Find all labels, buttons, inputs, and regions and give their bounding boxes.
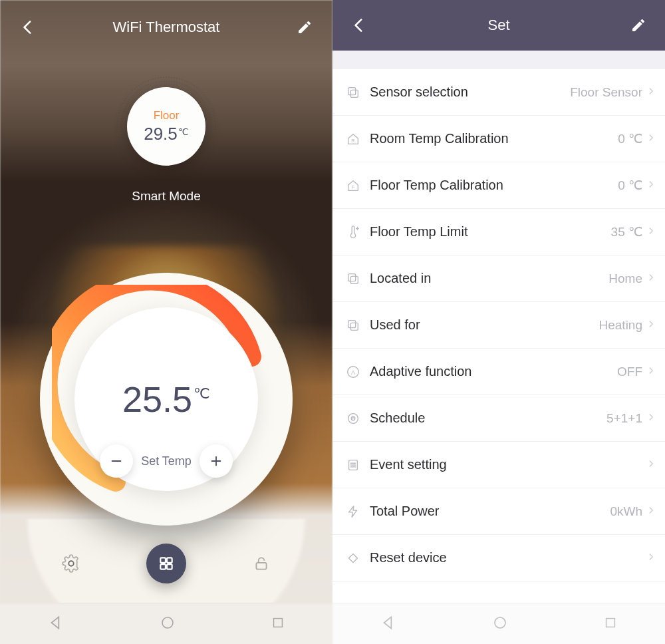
house-r-icon: R (346, 132, 370, 146)
house-f-icon: F (346, 178, 370, 193)
svg-text:F: F (352, 184, 355, 190)
row-label: Event setting (370, 457, 642, 472)
svg-rect-23 (348, 320, 356, 327)
row-value: 5+1+1 (606, 411, 642, 426)
temperature-dial[interactable]: 25.5℃ Set Temp (40, 273, 293, 526)
nav-back-button[interactable] (380, 614, 397, 634)
therm-icon (346, 225, 370, 240)
chevron-right-icon (646, 459, 656, 471)
lock-button[interactable] (248, 550, 275, 577)
nav-back-button[interactable] (47, 614, 65, 634)
settings-row-schedule[interactable]: PSchedule5+1+1 (332, 395, 665, 442)
row-value: 0kWh (610, 504, 642, 519)
row-value: 0 ℃ (618, 178, 642, 193)
row-value: OFF (617, 365, 642, 379)
svg-point-1 (121, 81, 211, 172)
nav-home-button[interactable] (492, 615, 508, 633)
chevron-right-icon (646, 86, 656, 98)
svg-rect-20 (350, 276, 358, 283)
chevron-right-icon (646, 552, 656, 564)
back-button[interactable] (346, 12, 372, 39)
row-value: 35 ℃ (611, 224, 642, 240)
chevron-right-icon (646, 366, 656, 378)
svg-rect-14 (350, 90, 358, 97)
row-label: Sensor selection (370, 84, 570, 100)
svg-point-0 (117, 77, 215, 176)
settings-list: Sensor selectionFloor SensorRRoom Temp C… (332, 69, 665, 603)
increase-temp-button[interactable] (200, 444, 233, 478)
settings-row-total-power[interactable]: Total Power0kWh (332, 488, 665, 535)
chevron-right-icon (646, 319, 656, 331)
android-navbar (0, 603, 332, 644)
nav-home-button[interactable] (160, 615, 176, 633)
svg-rect-7 (167, 558, 172, 563)
chevron-right-icon (646, 226, 656, 238)
row-value: Heating (599, 318, 643, 333)
copy-icon (346, 318, 370, 333)
android-navbar (332, 603, 665, 644)
svg-rect-8 (160, 564, 166, 569)
settings-screen: Set Sensor selectionFloor SensorRRoom Te… (332, 0, 665, 644)
chevron-right-icon (646, 412, 656, 424)
row-label: Schedule (370, 410, 606, 426)
page-title: WiFi Thermostat (113, 19, 220, 36)
row-label: Used for (370, 317, 599, 333)
settings-row-floor-temp-limit[interactable]: Floor Temp Limit35 ℃ (332, 209, 665, 255)
svg-text:R: R (351, 137, 354, 143)
copy-icon (346, 85, 370, 100)
dial-inner: 25.5℃ Set Temp (74, 307, 258, 491)
svg-marker-11 (52, 617, 59, 628)
bolt-icon (346, 504, 370, 519)
edit-button[interactable] (625, 12, 652, 39)
settings-row-reset-device[interactable]: Reset device (332, 535, 665, 581)
svg-rect-22 (350, 323, 358, 330)
set-temp-value: 25.5℃ (122, 379, 210, 420)
chevron-right-icon (646, 506, 656, 518)
svg-point-36 (495, 617, 505, 628)
list-icon (346, 458, 370, 472)
thermostat-screen: WiFi Thermostat Floor 29.5℃ Smart Mode (0, 0, 332, 644)
row-value: Home (608, 271, 642, 286)
chevron-right-icon (646, 180, 656, 192)
settings-button[interactable] (58, 550, 84, 577)
mode-label: Smart Mode (0, 189, 332, 204)
set-temp-label: Set Temp (141, 454, 192, 468)
svg-rect-15 (348, 87, 356, 94)
settings-row-used-for[interactable]: Used forHeating (332, 302, 665, 349)
copy-icon (346, 271, 370, 286)
settings-row-adaptive-function[interactable]: AAdaptive functionOFF (332, 349, 665, 395)
settings-row-room-temp-calibration[interactable]: RRoom Temp Calibration0 ℃ (332, 116, 665, 162)
row-label: Reset device (370, 550, 642, 565)
svg-rect-6 (160, 558, 166, 563)
nav-recent-button[interactable] (271, 615, 285, 633)
diamond-icon (346, 551, 370, 565)
row-label: Floor Temp Limit (370, 224, 611, 240)
svg-marker-33 (349, 506, 357, 517)
gauge-ticks-icon (113, 73, 219, 180)
circle-a-icon: A (346, 365, 370, 379)
row-label: Located in (370, 271, 608, 286)
sensor-readout[interactable]: Floor 29.5℃ (113, 73, 219, 180)
settings-row-sensor-selection[interactable]: Sensor selectionFloor Sensor (332, 69, 665, 116)
row-label: Adaptive function (370, 364, 617, 379)
svg-rect-13 (273, 618, 282, 627)
svg-point-5 (68, 561, 73, 565)
settings-row-located-in[interactable]: Located inHome (332, 255, 665, 302)
settings-row-event-setting[interactable]: Event setting (332, 442, 665, 488)
svg-rect-10 (257, 563, 267, 569)
decrease-temp-button[interactable] (100, 444, 133, 478)
edit-button[interactable] (291, 14, 318, 41)
dial-controls: Set Temp (74, 444, 258, 478)
svg-marker-35 (384, 617, 392, 628)
settings-row-floor-temp-calibration[interactable]: FFloor Temp Calibration0 ℃ (332, 162, 665, 209)
row-label: Floor Temp Calibration (370, 178, 618, 193)
svg-rect-34 (349, 554, 358, 562)
nav-recent-button[interactable] (603, 615, 618, 633)
svg-rect-9 (167, 564, 172, 569)
svg-rect-37 (606, 618, 614, 627)
back-button[interactable] (15, 14, 41, 41)
svg-text:P: P (352, 416, 354, 420)
svg-text:A: A (351, 369, 356, 375)
apps-button[interactable] (146, 544, 186, 583)
chevron-right-icon (646, 273, 656, 285)
